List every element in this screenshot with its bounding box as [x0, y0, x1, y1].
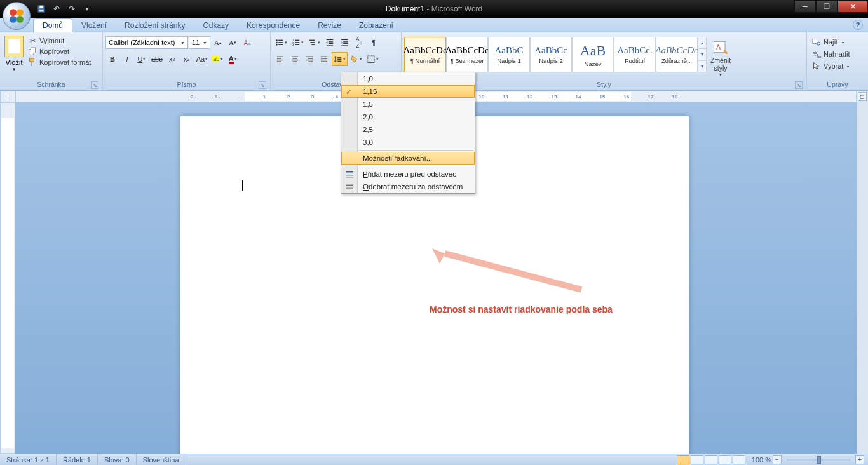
style-normln[interactable]: AaBbCcDc¶ Normální	[404, 37, 446, 72]
view-draft[interactable]	[733, 455, 745, 464]
clipboard-launcher[interactable]: ↘	[91, 81, 98, 89]
replace-button[interactable]: abacNahradit	[810, 48, 853, 60]
tab-selector[interactable]: ∟	[0, 91, 15, 102]
cut-button[interactable]: ✂Vyjmout	[27, 36, 92, 46]
style-zdrazn[interactable]: AaBbCcDcZdůrazně...	[656, 37, 698, 72]
find-icon	[812, 37, 821, 46]
select-button[interactable]: Vybrat▾	[810, 60, 851, 72]
bold-button[interactable]: B	[105, 52, 119, 66]
copy-button[interactable]: Kopírovat	[27, 46, 92, 57]
line-spacing-option-1-5[interactable]: 1,5	[341, 98, 475, 111]
line-spacing-option-1-15[interactable]: ✓1,15	[341, 85, 475, 98]
style-nadpis2[interactable]: AaBbCcNadpis 2	[530, 37, 572, 72]
clear-formatting-button[interactable]: Aa	[240, 36, 254, 50]
undo-button[interactable]: ↶	[51, 3, 62, 15]
svg-rect-68	[346, 189, 353, 189]
line-spacing-option-2-5[interactable]: 2,5	[341, 123, 475, 136]
maximize-button[interactable]: ❐	[816, 0, 837, 13]
view-outline[interactable]	[719, 455, 731, 464]
subscript-button[interactable]: x2	[165, 52, 179, 66]
style-nzev[interactable]: AaBNázev	[572, 37, 614, 72]
change-case-button[interactable]: Aa▾	[194, 52, 210, 66]
zoom-level[interactable]: 100 %	[752, 456, 771, 464]
styles-launcher[interactable]: ↘	[795, 81, 803, 89]
grow-font-button[interactable]: A▴	[211, 36, 225, 50]
close-button[interactable]: ✕	[837, 0, 868, 13]
font-launcher[interactable]: ↘	[259, 81, 266, 89]
save-button[interactable]	[36, 3, 47, 15]
align-right-button[interactable]	[302, 52, 316, 66]
style-podtitul[interactable]: AaBbCc.Podtitul	[614, 37, 656, 72]
superscript-button[interactable]: x2	[180, 52, 194, 66]
remove-space-after-item[interactable]: Odebrat mezeru za odstavcem	[341, 180, 475, 193]
styles-gallery-scroll[interactable]: ▴▾▾	[698, 37, 707, 72]
status-line[interactable]: Řádek: 1	[57, 454, 98, 465]
svg-rect-25	[311, 44, 315, 45]
style-bezmezer[interactable]: AaBbCcDc¶ Bez mezer	[446, 37, 488, 72]
format-painter-button[interactable]: Kopírovat formát	[27, 57, 92, 67]
svg-rect-24	[311, 42, 315, 43]
align-center-button[interactable]	[288, 52, 302, 66]
minimize-button[interactable]: ─	[794, 0, 816, 13]
line-spacing-option-2-0[interactable]: 2,0	[341, 111, 475, 123]
redo-button[interactable]: ↷	[66, 3, 78, 15]
align-left-button[interactable]	[273, 52, 287, 66]
change-styles-button[interactable]: A Změnit styly▼	[707, 37, 735, 78]
line-spacing-option-3-0[interactable]: 3,0	[341, 136, 475, 149]
find-button[interactable]: Najít▾	[810, 36, 846, 48]
style-nadpis1[interactable]: AaBbCNadpis 1	[488, 37, 530, 72]
tab-references[interactable]: Odkazy	[194, 19, 238, 32]
line-spacing-option-1-0[interactable]: 1,0	[341, 72, 475, 85]
increase-indent-button[interactable]	[337, 36, 351, 50]
line-spacing-button[interactable]: ▾	[332, 52, 348, 66]
multilevel-list-button[interactable]: ▾	[306, 36, 322, 50]
bullets-button[interactable]: ▾	[273, 36, 289, 50]
show-marks-button[interactable]: ¶	[367, 36, 381, 50]
sort-button[interactable]: AZ↓	[352, 36, 366, 50]
help-icon[interactable]: ?	[853, 20, 863, 30]
italic-button[interactable]: I	[120, 52, 134, 66]
tab-view[interactable]: Zobrazení	[350, 19, 402, 32]
view-web-layout[interactable]	[705, 455, 717, 464]
tab-review[interactable]: Revize	[309, 19, 350, 32]
office-button[interactable]	[3, 2, 31, 30]
justify-button[interactable]	[317, 52, 331, 66]
tab-pagelayout[interactable]: Rozložení stránky	[116, 19, 194, 32]
qat-customize[interactable]: ▼	[81, 3, 93, 15]
svg-rect-12	[278, 40, 283, 41]
zoom-in-button[interactable]: +	[855, 455, 864, 464]
svg-rect-62	[346, 177, 353, 177]
font-color-button[interactable]: A▾	[226, 52, 240, 66]
underline-button[interactable]: U▾	[135, 52, 149, 66]
strikethrough-button[interactable]: abc	[149, 52, 165, 66]
status-language[interactable]: Slovenština	[137, 454, 186, 465]
highlight-button[interactable]: ab▾	[210, 52, 225, 66]
zoom-out-button[interactable]: −	[773, 455, 782, 464]
line-spacing-options-item[interactable]: Možnosti řádkování...	[341, 152, 475, 165]
paste-button[interactable]: Vložit ▼	[3, 34, 25, 76]
svg-rect-40	[292, 60, 299, 60]
status-words[interactable]: Slova: 0	[98, 454, 137, 465]
svg-rect-65	[346, 184, 353, 184]
shading-button[interactable]: ▾	[348, 52, 364, 66]
vertical-ruler[interactable]	[0, 102, 15, 454]
tab-insert[interactable]: Vložení	[72, 19, 116, 32]
svg-rect-38	[292, 57, 299, 57]
numbering-button[interactable]: 123▾	[290, 36, 306, 50]
font-size-combo[interactable]: 11▼	[189, 36, 210, 49]
borders-button[interactable]: ▾	[365, 52, 381, 66]
font-name-combo[interactable]: Calibri (Základní text)▼	[105, 36, 188, 49]
tab-home[interactable]: Domů	[33, 18, 72, 32]
shrink-font-button[interactable]: A▾	[226, 36, 240, 50]
status-page[interactable]: Stránka: 1 z 1	[0, 454, 57, 465]
ruler-toggle[interactable]: ▢	[858, 92, 867, 101]
view-full-screen[interactable]	[691, 455, 703, 464]
zoom-slider[interactable]	[787, 459, 850, 461]
svg-rect-22	[295, 44, 299, 45]
decrease-indent-button[interactable]	[323, 36, 337, 50]
vertical-scrollbar[interactable]	[857, 91, 868, 454]
tab-mailings[interactable]: Korespondence	[238, 19, 309, 32]
svg-rect-63	[346, 171, 353, 172]
add-space-before-item[interactable]: Přidat mezeru před odstavec	[341, 168, 475, 180]
view-print-layout[interactable]	[677, 455, 689, 464]
